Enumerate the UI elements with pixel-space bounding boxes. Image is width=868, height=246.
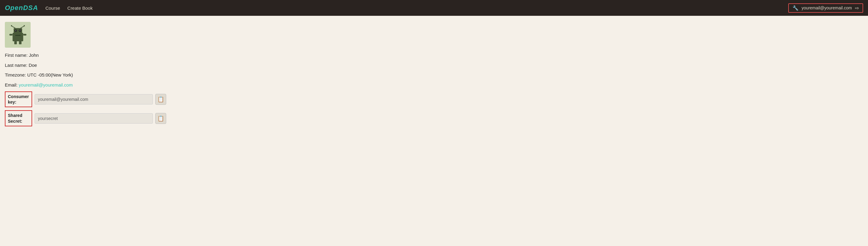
consumer-key-row: Consumer key: 📋 xyxy=(5,91,863,107)
user-info-box: 🔧 youremail@youremail.com ⇨ xyxy=(788,3,863,13)
nav-create-book[interactable]: Create Book xyxy=(67,5,93,11)
consumer-key-label: Consumer key: xyxy=(5,91,32,107)
svg-line-6 xyxy=(11,26,16,28)
last-name-label: Last name: xyxy=(5,62,27,68)
timezone-row: Timezone: UTC -05:00(New York) xyxy=(5,72,863,79)
first-name-value: John xyxy=(29,53,39,58)
shared-secret-label: Shared Secret: xyxy=(5,110,32,126)
consumer-key-input[interactable] xyxy=(35,94,153,105)
copy-icon-2: 📋 xyxy=(157,115,164,122)
svg-line-8 xyxy=(20,26,24,28)
settings-icon[interactable]: 🔧 xyxy=(793,5,799,11)
copy-icon: 📋 xyxy=(157,96,164,103)
svg-point-9 xyxy=(23,25,25,26)
last-name-row: Last name: Doe xyxy=(5,62,863,69)
svg-point-4 xyxy=(15,30,17,31)
email-value[interactable]: youremail@youremail.com xyxy=(19,82,73,87)
shared-secret-row: Shared Secret: 📋 xyxy=(5,110,863,126)
first-name-row: First name: John xyxy=(5,52,863,59)
email-row: Email: youremail@youremail.com xyxy=(5,82,863,89)
logout-icon[interactable]: ⇨ xyxy=(855,5,859,11)
svg-rect-10 xyxy=(9,34,13,35)
last-name-value: Doe xyxy=(29,62,37,68)
consumer-key-copy-button[interactable]: 📋 xyxy=(155,94,166,105)
timezone-label: Timezone: xyxy=(5,72,26,78)
first-name-label: First name: xyxy=(5,53,28,58)
avatar-image xyxy=(7,24,29,46)
nav-course[interactable]: Course xyxy=(45,5,60,11)
navbar: OpenDSA Course Create Book 🔧 youremail@y… xyxy=(0,0,868,16)
svg-rect-11 xyxy=(23,34,26,35)
shared-secret-copy-button[interactable]: 📋 xyxy=(155,113,166,124)
email-label: Email: xyxy=(5,82,18,87)
svg-point-7 xyxy=(11,25,12,26)
svg-point-5 xyxy=(20,30,21,31)
shared-secret-input[interactable] xyxy=(35,113,153,124)
navbar-user-email: youremail@youremail.com xyxy=(802,5,852,10)
svg-rect-13 xyxy=(19,41,21,44)
timezone-value: UTC -05:00(New York) xyxy=(27,72,73,78)
main-content: First name: John Last name: Doe Timezone… xyxy=(0,16,868,135)
brand-logo[interactable]: OpenDSA xyxy=(5,4,38,12)
avatar xyxy=(5,22,31,48)
svg-rect-12 xyxy=(14,41,17,44)
